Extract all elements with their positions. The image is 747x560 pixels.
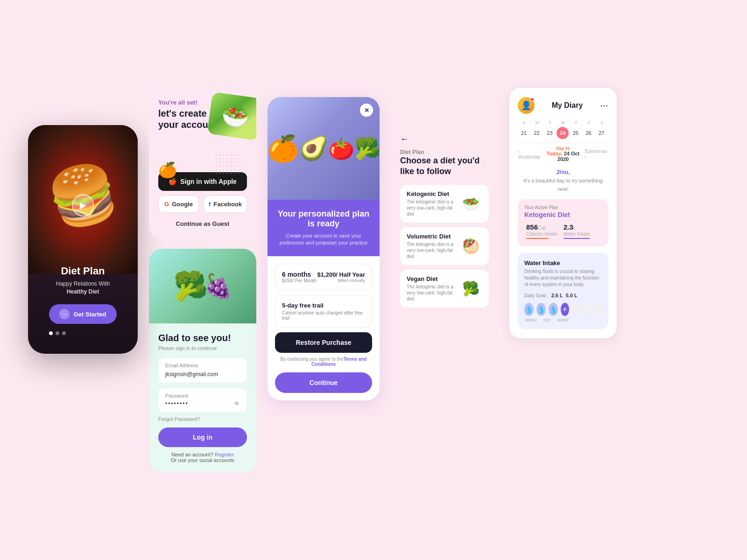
diet-img-1: 🥙 [459,234,482,258]
menu-icon[interactable]: ⋯ [600,100,608,111]
column-2: You're all set! let's createyour account… [149,88,256,472]
phone1-screen: ▶ Diet Plan Happy Relations WithHealthy … [28,125,138,354]
pricing-card: 🍊 🥑 🍅 🥦 ✕ Your personalized plan is read… [268,97,380,400]
back-button[interactable]: ← [400,134,409,144]
dot-3 [62,331,66,335]
calories-bar [526,238,564,239]
google-button[interactable]: G Google [158,196,199,213]
pricing-food-image: 🍊 🥑 🍅 🥦 ✕ [268,97,380,200]
greeting-name: Jinu, [556,168,570,175]
diet-item-ketogenic[interactable]: Ketogenic Diet The ketogenic diet is a v… [400,185,489,223]
diet-choose-title: Choose a diet you'd like to follow [400,155,489,177]
password-toggle[interactable]: 👁 [233,400,240,407]
today-date: Today, 24 Oct 2020 [542,151,584,162]
pricing-header: Your personalized plan is ready Create y… [268,200,380,256]
diet-section-label: Diet Plan [400,149,489,155]
diet-name-1: Volumetric Diet [407,233,459,240]
no-account-text: Need an account? [171,452,213,457]
diet-img-2: 🥦 [459,277,482,300]
login-card: 🥦 🍇 Glad to see you! Please sign in to c… [149,249,256,472]
create-account-card: You're all set! let's createyour account… [149,88,256,239]
glass-1[interactable]: 💧 [524,303,534,316]
dot-1 [49,331,53,335]
calendar-week: S 21 M 22 T 23 W 24 T 25 [518,120,608,139]
diet-choose-column: ← Diet Plan Choose a diet you'd like to … [391,125,498,322]
pricing-title: Your personalized plan is ready [277,209,370,229]
tomorrow-button[interactable]: Tomorrow › [585,148,608,160]
diet-img-0: 🥗 [459,192,482,215]
pricing-body: 6 months $250/ Per Month $1,200/ Half Ye… [268,256,380,400]
water-intake-card: Water Intake Drinking fluids is crucial … [518,253,608,329]
greeting-message: It's a beautiful day to try something ne… [523,178,603,192]
continue-button[interactable]: Continue [275,372,372,393]
glass-7[interactable] [594,303,602,316]
plan-6months: 6 months $250/ Per Month $1,200/ Half Ye… [275,264,372,290]
food-image: 🥦 🍇 [149,249,256,323]
diary-column: 👤 My Diary ⋯ S 21 M 22 T 23 [509,88,617,338]
daily-goal-label: Daily Goal : [524,293,549,298]
facebook-icon: f [209,201,211,208]
diary-navigation: ‹ Yesterday Day 01 Today, 24 Oct 2020 To… [518,143,608,162]
water-stat: 2.3L Water Intake [564,223,601,239]
diary-greeting: Jinu, It's a beautiful day to try someth… [518,168,608,193]
yesterday-button[interactable]: ‹ Yesterday [518,148,542,160]
plan-price-main: $1,200/ Half Year [317,271,365,278]
diet-choose-card: ← Diet Plan Choose a diet you'd like to … [391,125,498,322]
diet-desc-0: The ketogenic diet is a very low-carb, h… [407,199,459,217]
glass-2[interactable]: 💧 [536,303,546,316]
restore-purchase-button[interactable]: Restore Purchase [275,332,372,353]
free-trial-desc: Cancel anytime auto charged after free t… [282,310,365,321]
diet-plan-subtitle: Happy Relations WithHealthy Diet [49,280,116,296]
login-subtitle: Please sign in to continue [158,345,247,351]
active-plan-card: Your Active Plan Ketogenic Diet 856Cal C… [518,199,608,246]
active-plan-label: Your Active Plan [524,205,602,210]
pricing-subtitle: Create your account to save your prefere… [277,232,370,247]
free-trial-name: 5-day free trail [282,302,365,309]
plan-name: 6 months [282,271,317,278]
diet-item-vegan[interactable]: Vegan Diet The ketogenic diet is a very … [400,270,489,308]
glass-5[interactable] [572,303,580,316]
register-link[interactable]: Register [215,452,234,457]
forgot-password-link[interactable]: Forgot Password? [158,416,247,422]
login-button[interactable]: Log in [158,427,247,447]
water-labels: 600ml 100 400ml [524,318,602,322]
dots-pattern [214,153,242,176]
play-button[interactable]: ▶ [72,194,94,217]
teal-dots [224,295,252,319]
google-icon: G [164,201,169,208]
water-bar [564,238,601,239]
cal-tue: T 23 [543,120,557,139]
glass-6[interactable] [583,303,591,316]
orange-image: 🍊 [158,161,177,179]
social-text: Or use your social accounts [171,457,234,463]
diet-plan-title: Diet Plan [49,265,116,277]
diary-card: 👤 My Diary ⋯ S 21 M 22 T 23 [509,88,617,338]
goal-val2: 5.0 L [566,293,578,298]
facebook-button[interactable]: f Facebook [204,196,247,213]
user-avatar: 👤 [518,97,535,114]
cal-wed: W 24 [557,120,570,139]
active-plan-name: Ketogenic Diet [524,211,602,218]
email-input[interactable] [165,371,240,378]
salad-image: 🥗 [207,92,256,140]
diet-item-volumetric[interactable]: Volumetric Diet The ketogenic diet is a … [400,227,489,265]
get-started-button[interactable]: → Get Started [49,304,116,324]
diet-name-0: Ketogenic Diet [407,190,459,197]
login-title: Glad to see you! [158,333,247,343]
diet-desc-2: The ketogenic diet is a very low-carb, h… [407,284,459,302]
goal-val1: 2.6 L [551,293,563,298]
cal-thu: T 25 [570,120,583,139]
water-goal-row: Daily Goal : 2.6 L 5.0 L [524,293,602,298]
continue-guest-button[interactable]: Continue as Guest [158,217,247,230]
glass-3[interactable]: 💧 [549,303,558,316]
terms-text: By continuing you agree to theTerms and … [275,357,372,367]
apple-icon: 🍎 [169,178,176,185]
plan-price-small: $250/ Per Month [282,278,317,283]
close-button[interactable]: ✕ [360,104,373,117]
diet-name-2: Vegan Diet [407,275,459,282]
dot-2 [56,331,59,335]
plan-billing: Billed Annually [317,278,365,283]
today-display: Day 01 Today, 24 Oct 2020 [542,146,584,162]
cal-fri: F 26 [583,120,596,139]
add-glass-button[interactable]: + [561,303,569,316]
